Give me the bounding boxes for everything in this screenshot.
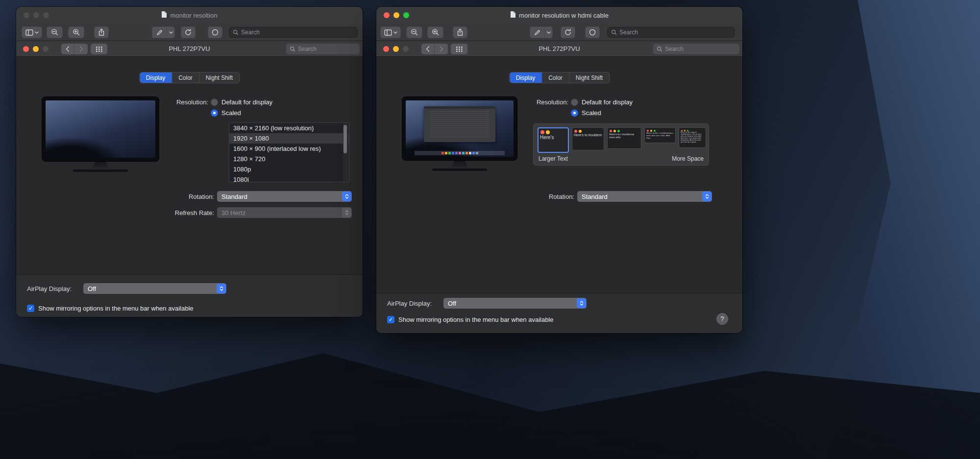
rotate-icon [564, 28, 572, 36]
tab-display[interactable]: Display [510, 72, 542, 83]
titlebar[interactable]: monitor resolution w hdmi cable [376, 7, 742, 24]
rotation-label: Rotation: [141, 193, 214, 200]
mirroring-checkbox-row[interactable]: ✓ Show mirroring options in the menu bar… [27, 305, 194, 312]
tab-night-shift[interactable]: Night Shift [199, 72, 239, 83]
titlebar[interactable]: monitor resoltion [16, 7, 363, 24]
zoom-button[interactable] [43, 12, 49, 18]
share-button[interactable] [453, 26, 467, 38]
radio-selected-icon[interactable] [211, 109, 218, 117]
chevron-left-icon [66, 46, 70, 52]
list-item[interactable]: 1080i [229, 174, 349, 182]
help-button[interactable]: ? [716, 313, 728, 325]
zoom-in-button[interactable] [427, 26, 443, 38]
rotate-button[interactable] [561, 26, 575, 38]
tab-color[interactable]: Color [172, 72, 199, 83]
zoom-button[interactable] [403, 46, 409, 52]
zoom-in-button[interactable] [68, 26, 84, 38]
close-button[interactable] [24, 12, 29, 18]
list-item[interactable]: 1600 × 900 (interlaced low res) [229, 144, 349, 154]
document-icon [510, 11, 516, 20]
more-space-label: More Space [672, 155, 704, 162]
search-input[interactable] [619, 29, 731, 36]
airplay-popup[interactable]: Off [443, 298, 587, 309]
toolbar-search-field[interactable] [229, 27, 358, 38]
rotate-button[interactable] [181, 26, 196, 38]
search-input[interactable] [298, 46, 356, 52]
back-button[interactable] [421, 44, 435, 54]
list-item-selected[interactable]: 1920 × 1080 [229, 133, 349, 144]
markup-pencil-button[interactable] [530, 26, 544, 38]
oval-icon [588, 28, 596, 36]
radio-scaled[interactable]: Scaled [571, 109, 601, 117]
tab-color[interactable]: Color [542, 72, 569, 83]
list-item[interactable]: 1080p [229, 164, 349, 174]
mirroring-checkbox-row[interactable]: ✓ Show mirroring options in the menu bar… [387, 316, 554, 323]
scrollbar-track[interactable] [343, 123, 348, 181]
radio-default-for-display[interactable]: Default for display [571, 98, 633, 106]
sidebar-icon [25, 29, 33, 36]
scaled-option-3[interactable]: Here's to t troublema ones who [607, 127, 641, 149]
forward-button[interactable] [435, 44, 448, 54]
radio-icon[interactable] [211, 98, 218, 106]
prefs-body: Display Color Night Shift [376, 57, 742, 333]
checkbox-checked-icon[interactable]: ✓ [27, 305, 34, 312]
markup-dropdown-button[interactable] [544, 26, 553, 38]
show-all-preferences-button[interactable] [91, 44, 107, 54]
annotate-oval-button[interactable] [585, 26, 600, 38]
close-button[interactable] [23, 46, 29, 52]
checkbox-checked-icon[interactable]: ✓ [387, 316, 394, 323]
search-input[interactable] [665, 46, 736, 52]
rotation-popup[interactable]: Standard [577, 191, 712, 202]
refresh-rate-label: Refresh Rate: [141, 209, 214, 217]
tab-night-shift[interactable]: Night Shift [569, 72, 609, 83]
preview-window-right: monitor resolution w hdmi cable [376, 7, 742, 333]
preview-window-left: monitor resoltion [16, 7, 363, 317]
tab-display[interactable]: Display [140, 72, 172, 83]
zoom-out-button[interactable] [47, 26, 63, 38]
zoom-button[interactable] [43, 46, 49, 52]
toolbar-search-field[interactable] [607, 27, 735, 38]
list-item[interactable]: 1280 × 720 [229, 154, 349, 164]
view-options-button[interactable] [380, 26, 401, 38]
minimize-button[interactable] [33, 46, 39, 52]
show-all-preferences-button[interactable] [451, 44, 467, 54]
airplay-popup[interactable]: Off [83, 283, 226, 294]
scaled-option-larger-text[interactable]: Here's [538, 127, 569, 153]
scaled-option-more-space[interactable]: Here's to the crazy on troublemakers. Th… [679, 127, 706, 148]
back-button[interactable] [61, 44, 74, 54]
search-input[interactable] [241, 29, 354, 36]
monitor-base [73, 169, 128, 172]
rotation-popup[interactable]: Standard [217, 191, 352, 202]
prefs-search-field[interactable] [286, 44, 360, 54]
refresh-rate-popup[interactable]: 30 Hertz [217, 207, 352, 218]
toolbar [376, 24, 742, 41]
scaled-resolution-picker: Here's Here's to troublem Here's to t tr… [533, 123, 709, 166]
radio-scaled[interactable]: Scaled [211, 109, 241, 117]
close-button[interactable] [383, 46, 389, 52]
prefs-search-field[interactable] [653, 44, 739, 54]
scaled-option-2[interactable]: Here's to troublem [572, 127, 604, 150]
scaled-option-4[interactable]: Here's to the c troublemakers. ones who … [644, 127, 676, 143]
scrollbar-thumb[interactable] [343, 125, 347, 153]
markup-dropdown-button[interactable] [167, 26, 175, 38]
minimize-button[interactable] [393, 46, 399, 52]
minimize-button[interactable] [393, 12, 399, 18]
annotate-oval-button[interactable] [208, 26, 222, 38]
rotation-label: Rotation: [501, 193, 574, 200]
view-options-button[interactable] [22, 26, 42, 38]
minimize-button[interactable] [33, 12, 39, 18]
markup-pencil-button[interactable] [152, 26, 167, 38]
zoom-button[interactable] [403, 12, 409, 18]
chevron-right-icon [440, 46, 443, 52]
list-item[interactable]: 3840 × 2160 (low resolution) [229, 123, 349, 133]
share-button[interactable] [94, 26, 109, 38]
close-button[interactable] [384, 12, 390, 18]
forward-button[interactable] [74, 44, 88, 54]
zoom-out-button[interactable] [406, 26, 422, 38]
displays-preferences-screenshot: PHL 272P7VU Display Color Night Shift [376, 41, 742, 333]
radio-default-for-display[interactable]: Default for display [211, 98, 272, 106]
oval-icon [211, 28, 219, 36]
radio-selected-icon[interactable] [571, 109, 578, 117]
share-icon [456, 28, 464, 36]
radio-icon[interactable] [571, 98, 578, 106]
